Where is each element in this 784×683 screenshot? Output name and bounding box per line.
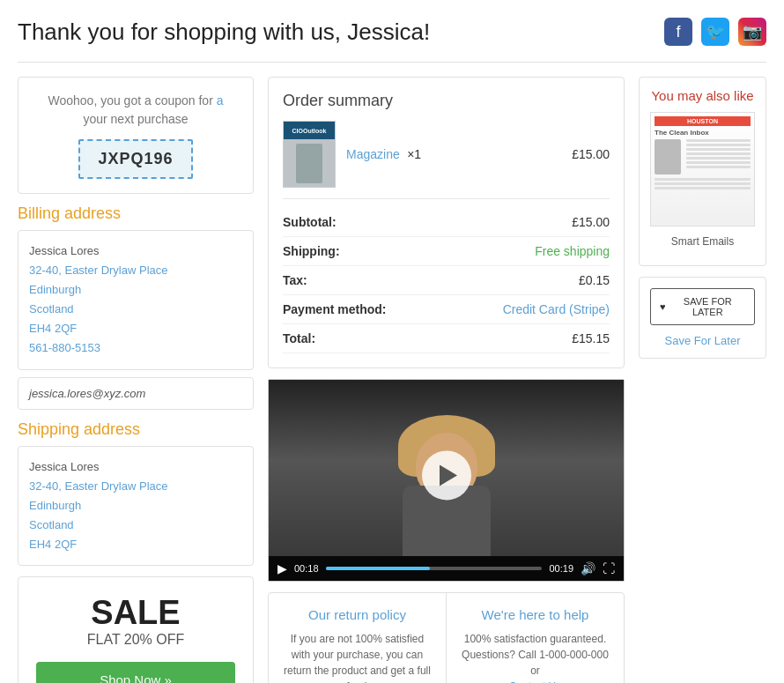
also-like-title: You may also like [650,88,755,103]
social-icons: f 🐦 📷 [664,18,766,46]
order-row: Tax:£0.15 [283,266,610,295]
facebook-icon[interactable]: f [664,18,692,46]
order-item-image: CIOOutlook [283,121,336,188]
order-row-label: Total: [283,331,315,345]
policy-row: Our return policy If you are not 100% sa… [268,592,625,683]
order-row-label: Payment method: [283,302,386,316]
also-like-img-header: HOUSTON [655,116,751,126]
shipping-name: Jessica Lores [29,457,242,477]
shipping-region: Scotland [29,516,242,535]
order-item-name: Magazine [346,147,400,161]
coupon-code: JXPQ196 [78,139,192,179]
video-play-icon[interactable]: ▶ [277,561,287,575]
page-wrapper: Thank you for shopping with us, Jessica!… [0,0,784,683]
twitter-icon[interactable]: 🐦 [701,18,729,46]
also-like-item-name: Smart Emails [650,235,755,248]
main-layout: Woohoo, you got a coupon for a your next… [18,77,766,683]
shipping-address1: 32-40, Easter Drylaw Place [29,477,242,496]
order-row-value: £0.15 [579,273,610,287]
billing-phone: 561-880-5153 [29,338,242,358]
order-item-info: Magazine ×1 [346,146,421,162]
heart-icon: ♥ [660,301,666,312]
also-like-section: You may also like HOUSTON The Clean Inbo… [639,77,766,266]
video-time-total: 00:19 [549,563,573,574]
sale-title: SALE [36,595,235,632]
video-thumbnail [269,380,624,581]
billing-postcode: EH4 2QF [29,319,242,338]
save-for-later-button[interactable]: ♥ SAVE FOR LATER [650,288,755,325]
order-row-value: £15.15 [572,331,610,345]
magazine-header-text: CIOOutlook [292,128,327,134]
coupon-link[interactable]: a [217,93,224,108]
save-later-button-label: SAVE FOR LATER [670,296,745,317]
order-item-qty: ×1 [407,147,421,161]
billing-email: jessica.lores@xyz.com [18,377,254,410]
billing-name: Jessica Lores [29,241,242,261]
order-summary-title: Order summary [283,92,610,110]
order-row: Subtotal:£15.00 [283,208,610,237]
play-triangle-icon [440,464,457,486]
billing-address1: 32-40, Easter Drylaw Place [29,261,242,280]
save-later-box: ♥ SAVE FOR LATER Save For Later [639,277,766,359]
sale-subtitle: FLAT 20% OFF [36,632,235,648]
right-content: Order summary CIOOutlook [268,77,625,683]
magazine-person [296,144,322,183]
also-like-img-subtitle: The Clean Inbox [655,129,751,137]
billing-address-box: Jessica Lores 32-40, Easter Drylaw Place… [18,230,254,370]
shipping-address-box: Jessica Lores 32-40, Easter Drylaw Place… [18,446,254,566]
order-row: Total:£15.15 [283,324,610,353]
video-volume-icon[interactable]: 🔊 [581,561,595,575]
page-title: Thank you for shopping with us, Jessica! [18,19,430,46]
help-col: We're here to help 100% satisfaction gua… [447,593,624,683]
video-progress-bar[interactable] [326,567,543,570]
video-controls: ▶ 00:18 00:19 🔊 ⛶ [269,556,624,581]
shop-now-button[interactable]: Shop Now » [36,662,235,683]
save-later-label: Save For Later [665,334,741,347]
sale-box: SALE FLAT 20% OFF Shop Now » [18,576,254,683]
billing-city: Edinburgh [29,280,242,300]
order-row-value: £15.00 [572,215,610,229]
help-text: 100% satisfaction guaranteed. Questions?… [461,631,610,683]
magazine-cover: CIOOutlook [284,122,335,187]
instagram-icon[interactable]: 📷 [738,18,766,46]
also-like-product-thumb [655,139,681,174]
header: Thank you for shopping with us, Jessica!… [18,18,766,63]
return-policy-title: Our return policy [283,607,432,622]
order-row-value: Credit Card (Stripe) [503,302,610,316]
order-row: Shipping:Free shipping [283,237,610,266]
video-time-current: 00:18 [294,563,319,574]
coupon-box: Woohoo, you got a coupon for a your next… [18,77,254,194]
order-row: Payment method:Credit Card (Stripe) [283,295,610,324]
order-row-value: Free shipping [535,244,610,258]
billing-region: Scotland [29,300,242,319]
right-column: You may also like HOUSTON The Clean Inbo… [639,77,766,683]
order-row-label: Subtotal: [283,215,337,229]
also-like-image: HOUSTON The Clean Inbox [650,112,755,226]
coupon-text: Woohoo, you got a coupon for a your next… [33,92,239,129]
order-row-label: Shipping: [283,244,340,258]
order-item-price: £15.00 [572,147,610,161]
return-policy-text: If you are not 100% satisfied with your … [283,631,432,683]
order-item-row: CIOOutlook Magazine ×1 £15.00 [283,121,610,199]
video-fullscreen-icon[interactable]: ⛶ [603,561,615,575]
billing-section: Billing address Jessica Lores 32-40, Eas… [18,204,254,410]
video-play-button[interactable] [422,450,471,500]
shipping-postcode: EH4 2QF [29,535,242,554]
order-summary-section: Order summary CIOOutlook [268,77,625,368]
shipping-section: Shipping address Jessica Lores 32-40, Ea… [18,420,254,566]
video-progress-fill [326,567,430,570]
order-rows: Subtotal:£15.00Shipping:Free shippingTax… [283,208,610,353]
return-policy-col: Our return policy If you are not 100% sa… [269,593,447,683]
billing-title: Billing address [18,204,254,223]
left-sidebar: Woohoo, you got a coupon for a your next… [18,77,254,683]
help-title: We're here to help [461,607,610,622]
video-section: ▶ 00:18 00:19 🔊 ⛶ [268,379,625,582]
shipping-city: Edinburgh [29,496,242,516]
order-row-label: Tax: [283,273,307,287]
shipping-title: Shipping address [18,420,254,439]
